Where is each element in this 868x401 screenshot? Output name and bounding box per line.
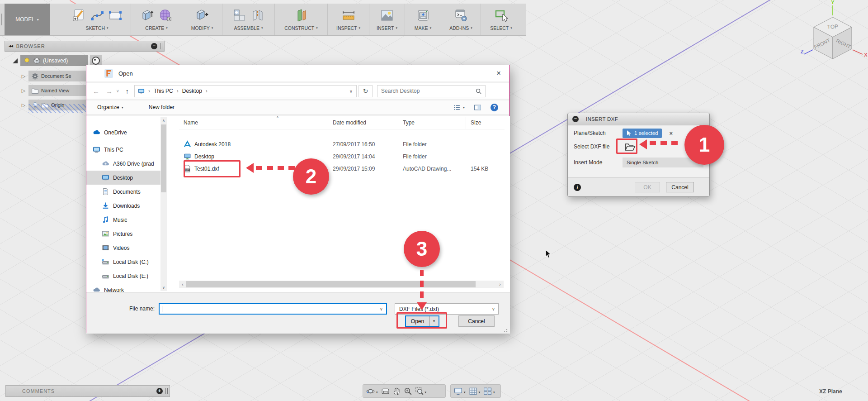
pan-hand-icon[interactable] bbox=[392, 387, 401, 396]
address-dropdown-icon[interactable]: ∨ bbox=[349, 89, 353, 94]
insert-image-icon[interactable] bbox=[380, 8, 394, 23]
scroll-up-icon[interactable]: ∧ bbox=[160, 117, 167, 124]
scroll-left-icon[interactable]: ‹ bbox=[179, 282, 186, 287]
sidebar-item-local-disk-e[interactable]: Local Disk (E:) bbox=[86, 269, 160, 283]
resize-grip-handle[interactable] bbox=[504, 328, 508, 332]
back-icon[interactable]: ← bbox=[93, 87, 99, 95]
zoom-icon[interactable] bbox=[403, 387, 413, 396]
modify-menu[interactable]: MODIFY ▾ bbox=[191, 25, 213, 31]
caret-down-icon[interactable]: ▾ bbox=[479, 391, 481, 394]
select-tool-icon[interactable] bbox=[494, 8, 509, 23]
file-name-combobox[interactable]: ∨ bbox=[159, 303, 387, 315]
joint-icon[interactable] bbox=[250, 8, 265, 23]
breadcrumb-this-pc[interactable]: This PC bbox=[154, 88, 173, 94]
create-sketch-icon[interactable] bbox=[72, 8, 86, 23]
insert-menu[interactable]: INSERT ▾ bbox=[377, 25, 397, 31]
spline-icon[interactable] bbox=[90, 8, 104, 23]
comments-panel-header[interactable]: COMMENTS + bbox=[5, 385, 170, 397]
scrollbar-thumb[interactable] bbox=[186, 281, 476, 287]
expand-chevron-icon[interactable]: ▷ bbox=[21, 88, 26, 94]
file-name-input[interactable] bbox=[162, 304, 380, 314]
orbit-icon[interactable] bbox=[366, 387, 375, 396]
caret-down-icon[interactable]: ▾ bbox=[425, 391, 427, 394]
viewports-icon[interactable] bbox=[483, 387, 492, 396]
make-menu[interactable]: MAKE ▾ bbox=[415, 25, 431, 31]
sidebar-item-this-pc[interactable]: This PC bbox=[86, 143, 160, 157]
breadcrumb-separator[interactable]: › bbox=[177, 88, 179, 94]
expand-root-icon[interactable] bbox=[13, 58, 18, 63]
select-menu[interactable]: SELECT ▾ bbox=[490, 25, 512, 31]
create-menu[interactable]: CREATE ▾ bbox=[145, 25, 167, 31]
up-one-level-icon[interactable]: ↑ bbox=[126, 87, 129, 95]
panel-grip-handle[interactable] bbox=[165, 388, 168, 394]
sidebar-item-documents[interactable]: Documents bbox=[86, 185, 160, 199]
organize-menu[interactable]: Organize ▾ bbox=[97, 104, 123, 110]
recent-locations-icon[interactable]: ∨ bbox=[116, 89, 119, 93]
dialog-titlebar[interactable]: Open × bbox=[86, 65, 509, 81]
refresh-button[interactable]: ↻ bbox=[359, 85, 373, 97]
scroll-down-icon[interactable]: ∨ bbox=[160, 284, 167, 291]
sidebar-item-music[interactable]: Music bbox=[86, 213, 160, 227]
caret-down-icon[interactable]: ▾ bbox=[493, 391, 495, 394]
preview-pane-icon[interactable] bbox=[474, 104, 481, 111]
column-header-name[interactable]: Name bbox=[179, 117, 328, 129]
cancel-button[interactable]: Cancel bbox=[666, 182, 694, 192]
file-row-autodesk-2018[interactable]: Autodesk 2018 27/09/2017 16:50 File fold… bbox=[179, 138, 505, 150]
create-form-icon[interactable] bbox=[158, 8, 173, 23]
scrollbar-thumb[interactable] bbox=[161, 124, 166, 192]
cancel-button[interactable]: Cancel bbox=[458, 315, 495, 327]
sidebar-item-network[interactable]: Network bbox=[86, 283, 160, 292]
sidebar-item-desktop[interactable]: Desktop bbox=[86, 171, 160, 185]
toolbar-grip-handle[interactable] bbox=[0, 4, 5, 35]
sketch-menu[interactable]: SKETCH ▾ bbox=[85, 25, 108, 31]
display-settings-icon[interactable] bbox=[453, 387, 463, 396]
expand-chevron-icon[interactable]: ▷ bbox=[21, 102, 26, 108]
view-cube[interactable]: TOP FRONT RIGHT Y X Z bbox=[800, 0, 868, 68]
info-icon[interactable]: i bbox=[574, 184, 581, 191]
file-name-dropdown-icon[interactable]: ∨ bbox=[380, 306, 383, 311]
column-header-size[interactable]: Size bbox=[466, 117, 505, 129]
sidebar-item-pictures[interactable]: Pictures bbox=[86, 227, 160, 241]
measure-icon[interactable] bbox=[341, 8, 356, 23]
collapse-panel-icon[interactable]: ◀◀ bbox=[9, 44, 13, 48]
sidebar-item-local-disk-c[interactable]: Local Disk (C:) bbox=[86, 255, 160, 269]
ok-button[interactable]: OK bbox=[635, 182, 660, 192]
press-pull-icon[interactable] bbox=[195, 8, 209, 23]
breadcrumb-separator[interactable]: › bbox=[206, 88, 208, 94]
forward-icon[interactable]: → bbox=[106, 87, 113, 95]
change-view-button[interactable]: ▾ bbox=[453, 104, 465, 111]
sidebar-item-onedrive[interactable]: OneDrive bbox=[86, 125, 160, 139]
horizontal-scrollbar[interactable]: ‹ › bbox=[179, 281, 504, 288]
column-header-type[interactable]: Type bbox=[398, 117, 466, 129]
look-at-icon[interactable] bbox=[381, 387, 390, 396]
expand-chevron-icon[interactable]: ▷ bbox=[21, 73, 26, 79]
sidebar-item-videos[interactable]: Videos bbox=[86, 241, 160, 255]
breadcrumb-desktop[interactable]: Desktop bbox=[182, 88, 202, 94]
insert-dxf-header[interactable]: − INSERT DXF bbox=[568, 113, 709, 125]
help-button[interactable]: ? bbox=[491, 104, 498, 111]
search-box[interactable] bbox=[377, 85, 486, 97]
visibility-bulb-icon[interactable] bbox=[23, 57, 31, 65]
scroll-right-icon[interactable]: › bbox=[496, 282, 504, 287]
panel-minimize-icon[interactable]: − bbox=[151, 43, 157, 49]
close-dialog-button[interactable]: × bbox=[488, 65, 509, 81]
assemble-menu[interactable]: ASSEMBLE ▾ bbox=[234, 25, 263, 31]
add-comment-icon[interactable]: + bbox=[156, 388, 163, 394]
panel-grip-handle[interactable] bbox=[160, 43, 162, 49]
new-folder-button[interactable]: New folder bbox=[149, 104, 175, 110]
zoom-window-icon[interactable] bbox=[415, 387, 424, 396]
construction-plane-icon[interactable] bbox=[294, 8, 308, 23]
search-input[interactable] bbox=[377, 87, 475, 95]
scripts-addins-icon[interactable] bbox=[454, 8, 468, 23]
addins-menu[interactable]: ADD-INS ▾ bbox=[449, 25, 472, 31]
construct-menu[interactable]: CONSTRUCT ▾ bbox=[284, 25, 317, 31]
rectangle-sketch-icon[interactable] bbox=[108, 8, 123, 23]
column-header-date-modified[interactable]: Date modified bbox=[328, 117, 398, 129]
sidebar-item-a360-drive[interactable]: A360 Drive (prad bbox=[86, 157, 160, 171]
sidebar-scrollbar[interactable]: ∧ ∨ bbox=[160, 117, 167, 291]
new-component-icon[interactable] bbox=[232, 8, 247, 23]
grid-snap-icon[interactable] bbox=[468, 387, 478, 396]
extrude-icon[interactable] bbox=[140, 8, 155, 23]
inspect-menu[interactable]: INSPECT ▾ bbox=[336, 25, 360, 31]
caret-down-icon[interactable]: ▾ bbox=[376, 391, 378, 394]
